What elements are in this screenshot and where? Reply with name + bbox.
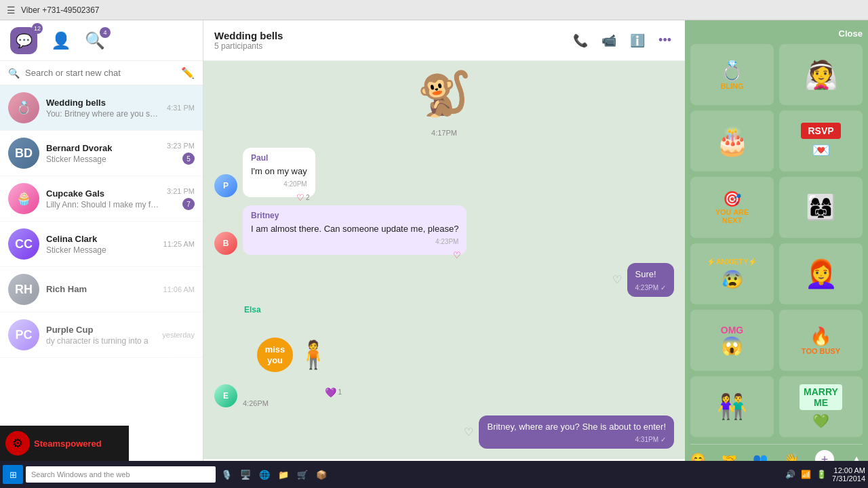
marry-me-label: MARRYME <box>800 384 842 410</box>
girls-icon: 👩‍👩‍👧 <box>806 193 836 222</box>
chat-preview-wedding-bells: You: Britney where are you she is about … <box>46 109 160 119</box>
taskbar-store-icon[interactable]: 🛒 <box>294 466 311 483</box>
video-call-button[interactable]: 📹 <box>599 30 619 51</box>
avatar-celina: CC <box>8 228 39 260</box>
steam-logo: ⚙ <box>5 431 30 455</box>
title-bar: ☰ Viber +731-49502367 <box>0 0 868 20</box>
new-chat-icon[interactable]: ✏️ <box>181 66 195 79</box>
chat-item-wedding-bells[interactable]: 💍 Wedding bells You: Britney where are y… <box>0 85 203 131</box>
chat-item-celina[interactable]: CC Celina Clark Sticker Message 11:25 AM <box>0 222 203 267</box>
taskbar-network-icon[interactable]: 📶 <box>801 470 811 479</box>
chat-list: 💍 Wedding bells You: Britney where are y… <box>0 85 203 464</box>
sticker-bling[interactable]: 💍 BLING <box>690 44 774 105</box>
miss-you-bubble: missyou <box>257 338 294 372</box>
you-next-content: 🎯 YOU ARENEXT <box>715 190 749 224</box>
chat-preview-celina: Sticker Message <box>46 245 157 255</box>
menu-icon[interactable]: ☰ <box>7 5 16 16</box>
sticker-rsvp[interactable]: RSVP 💌 <box>779 110 863 171</box>
chat-info-purple: Purple Cup dy character is turning into … <box>46 325 155 346</box>
chats-nav-btn[interactable]: 💬 12 <box>10 27 37 54</box>
elsa-sticker-time: 4:26PM <box>243 399 344 407</box>
chat-meta-bernard: 3:23 PM 5 <box>167 142 195 165</box>
chat-item-cupcake[interactable]: 🧁 Cupcake Gals Lilly Ann: Should I make … <box>0 176 203 222</box>
call-button[interactable]: 📞 <box>570 30 591 51</box>
sticker-you-next[interactable]: 🎯 YOU ARENEXT <box>690 177 774 238</box>
sure-heart-icon: ♡ <box>612 273 622 286</box>
search-input[interactable] <box>25 68 176 78</box>
message-row-final: ♡ Britney, where are you? She is about t… <box>214 415 674 449</box>
chat-meta-rich: 11:06 AM <box>163 285 195 293</box>
taskbar-time: 12:00 AM <box>832 466 865 474</box>
sticker-monkey-row: 🐒 <box>214 72 674 115</box>
gear-icon: ⚙ <box>12 436 23 451</box>
taskbar-microphone-icon[interactable]: 🎙️ <box>218 466 235 483</box>
contacts-icon: 👤 <box>51 31 71 50</box>
taskbar-search-label: Search Windows and the web <box>31 470 130 479</box>
chat-time-cupcake: 3:21 PM <box>167 187 195 195</box>
omg-icon: 😱 <box>721 336 743 357</box>
discover-nav-btn[interactable]: 🔍 4 <box>85 31 105 50</box>
chat-info-bernard: Bernard Dvorak Sticker Message <box>46 143 160 164</box>
avatar-britney: B <box>214 232 237 255</box>
taskbar-date: 7/31/2014 <box>832 474 865 483</box>
anxiety-content: ⚡ANXIETY⚡ 😰 <box>707 258 758 289</box>
elsa-message-group: Elsa missyou 🧍 💜 <box>243 305 344 407</box>
sticker-grid: 💍 BLING 👰 🎂 RSVP 💌 � <box>690 44 863 437</box>
sticker-cake[interactable]: 🎂 <box>690 110 774 171</box>
fire-icon: 🔥 <box>802 326 840 347</box>
chat-header-name: Wedding bells <box>214 30 570 41</box>
sticker-too-busy[interactable]: 🔥 TOO BUSY <box>779 310 863 371</box>
more-button[interactable]: ••• <box>656 30 674 50</box>
contacts-nav-btn[interactable]: 👤 <box>51 31 71 50</box>
read-check: ✓ <box>660 284 666 291</box>
you-next-label: YOU ARENEXT <box>715 208 749 224</box>
unread-badge-cupcake: 7 <box>182 198 195 210</box>
chat-name-purple: Purple Cup <box>46 325 155 335</box>
sticker-anxiety[interactable]: ⚡ANXIETY⚡ 😰 <box>690 243 774 304</box>
sticker-girls[interactable]: 👩‍👩‍👧 <box>779 177 863 238</box>
bling-content: 💍 BLING <box>720 60 744 90</box>
marry-me-content: MARRYME 💚 <box>800 384 842 429</box>
cake-icon: 🎂 <box>715 125 749 157</box>
chat-item-bernard[interactable]: BD Bernard Dvorak Sticker Message 3:23 P… <box>0 131 203 176</box>
chat-main: Wedding bells 5 participants 📞 📹 ℹ️ ••• … <box>203 20 685 488</box>
sticker-marry-me[interactable]: MARRYME 💚 <box>779 376 863 437</box>
couple2-icon: 👫 <box>717 392 747 421</box>
too-busy-content: 🔥 TOO BUSY <box>802 326 840 355</box>
anxiety-label: ⚡ANXIETY⚡ <box>707 258 758 266</box>
taskbar-search-bar[interactable]: Search Windows and the web <box>26 466 216 483</box>
sure-time: 4:23PM ✓ <box>635 284 666 291</box>
sticker-redhead[interactable]: 👩‍🦰 <box>779 243 863 304</box>
taskbar-browser-icon[interactable]: 🌐 <box>256 466 273 483</box>
message-row-britney: B Britney I am almost there. Can someone… <box>214 205 674 255</box>
info-button[interactable]: ℹ️ <box>627 30 648 51</box>
chat-item-purple[interactable]: PC Purple Cup dy character is turning in… <box>0 312 203 358</box>
sticker-wedding-couple[interactable]: 👰 <box>779 44 863 105</box>
taskbar-speaker-icon[interactable]: 🔊 <box>785 470 795 479</box>
final-bubble: Britney, where are you? She is about to … <box>479 415 674 449</box>
taskbar-folder-icon[interactable]: 📁 <box>275 466 292 483</box>
sticker-panel: Close 💍 BLING 👰 🎂 RSVP 💌 <box>685 20 868 488</box>
omg-content: OMG 😱 <box>721 325 743 357</box>
elsa-sticker-container: missyou 🧍 💜 1 <box>243 318 344 392</box>
chat-item-rich[interactable]: RH Rich Ham 11:06 AM <box>0 267 203 312</box>
taskbar-view-icon[interactable]: 🖥️ <box>237 466 254 483</box>
sticker-couple2[interactable]: 👫 <box>690 376 774 437</box>
sticker-omg[interactable]: OMG 😱 <box>690 310 774 371</box>
taskbar-right: 🔊 📶 🔋 12:00 AM 7/31/2014 <box>785 466 865 483</box>
chat-header-actions: 📞 📹 ℹ️ ••• <box>570 30 674 51</box>
taskbar-battery-icon[interactable]: 🔋 <box>816 470 827 479</box>
chat-name-bernard: Bernard Dvorak <box>46 143 160 153</box>
unread-badge-bernard: 5 <box>182 152 195 165</box>
avatar-purple: PC <box>8 319 39 350</box>
paul-message-group: Paul I'm on my way 4:20PM ♡2 <box>243 148 315 197</box>
chat-info-wedding-bells: Wedding bells You: Britney where are you… <box>46 98 160 119</box>
chat-meta-wedding-bells: 4:31 PM <box>167 104 195 112</box>
chat-meta-purple: yesterday <box>162 331 195 339</box>
paul-time: 4:20PM <box>251 180 307 188</box>
taskbar-package-icon[interactable]: 📦 <box>313 466 330 483</box>
chat-time-wedding-bells: 4:31 PM <box>167 104 195 112</box>
close-sticker-panel-button[interactable]: Close <box>839 28 863 39</box>
start-button[interactable]: ⊞ <box>3 465 23 484</box>
omg-label: OMG <box>721 325 743 336</box>
